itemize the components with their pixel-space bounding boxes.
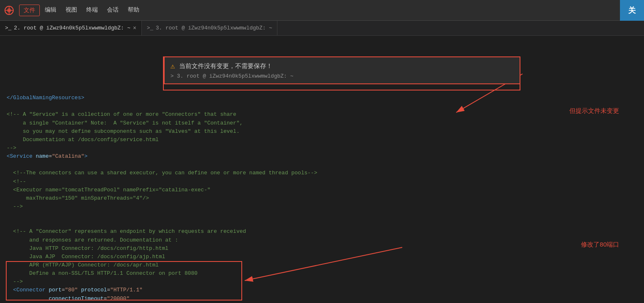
warning-icon: ⚠ [170,61,175,71]
menu-help[interactable]: 帮助 [124,5,143,16]
menu-terminal[interactable]: 终端 [82,5,102,16]
tab-1[interactable]: >_ 2. root @ iZwz94n0k5p5lxwwmwldgbZ: ~ … [0,21,142,35]
menu-file[interactable]: 文件 [19,5,40,16]
tab-2-label: 3. root @ iZwz94n0k5p5lxwwmwldgbZ: ~ [156,25,272,31]
notification-tab-row: > 3. root @ iZwz94n0k5p5lxwwmwldgbZ: ~ [170,73,514,79]
tabbar: >_ 2. root @ iZwz94n0k5p5lxwwmwldgbZ: ~ … [0,21,644,36]
tab-1-prefix: >_ [5,25,12,31]
tab-2[interactable]: >_ 3. root @ iZwz94n0k5p5lxwwmwldgbZ: ~ [142,21,277,35]
menu-session[interactable]: 会话 [103,5,123,16]
notification-box: ⚠ 当前文件没有变更，不需要保存！ > 3. root @ iZwz94n0k5… [164,56,520,84]
notification-text: 当前文件没有变更，不需要保存！ [179,62,272,70]
tab-2-prefix: >_ [147,25,153,31]
app-logo [3,5,15,16]
menu-edit[interactable]: 编辑 [41,5,61,16]
content-area: ⚠ 当前文件没有变更，不需要保存！ > 3. root @ iZwz94n0k5… [0,36,644,303]
annotation-no-change: 但提示文件未变更 [569,107,619,115]
tab-1-close[interactable]: × [133,25,136,32]
menu-view[interactable]: 视图 [61,5,81,16]
annotation-port-changed: 修改了80端口 [581,241,619,249]
menu-items: 文件 编辑 视图 终端 会话 帮助 [19,5,143,16]
tab-1-label: 2. root @ iZwz94n0k5p5lxwwmwldgbZ: ~ [14,25,131,31]
menubar: 文件 编辑 视图 终端 会话 帮助 关 [0,0,644,21]
close-button[interactable]: 关 [620,0,644,21]
